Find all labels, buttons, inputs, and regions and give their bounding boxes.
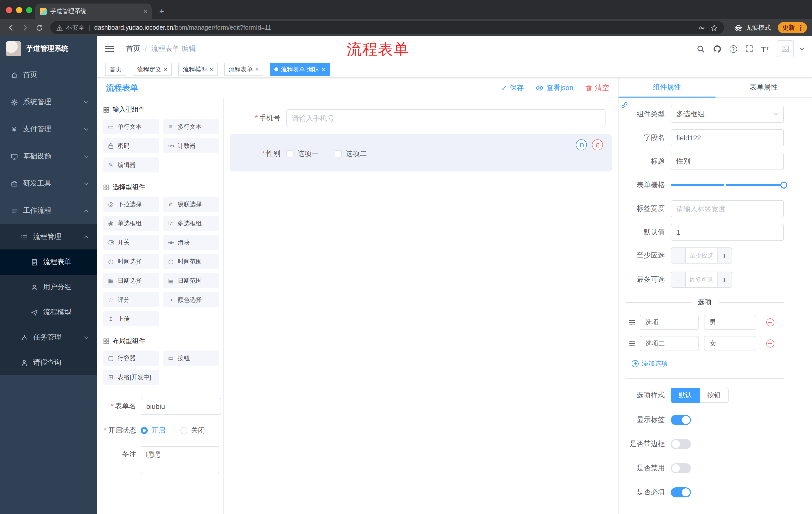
back-button[interactable] bbox=[5, 22, 17, 34]
option1-value-input[interactable] bbox=[704, 315, 756, 330]
palette-item-button[interactable]: 按钮 bbox=[163, 351, 219, 366]
tag-close-icon[interactable] bbox=[209, 66, 213, 73]
new-tab-button[interactable] bbox=[156, 5, 168, 18]
tag-close-icon[interactable] bbox=[322, 66, 325, 73]
tag-close-icon[interactable] bbox=[255, 66, 259, 73]
option2-value-input[interactable] bbox=[704, 336, 756, 351]
window-zoom-button[interactable] bbox=[26, 7, 32, 13]
canvas-field-phone[interactable]: 手机号 bbox=[236, 109, 606, 127]
drag-handle-icon[interactable] bbox=[629, 340, 636, 347]
palette-item-cascader[interactable]: 级联选择 bbox=[163, 197, 219, 212]
browser-menu-kebab-icon[interactable] bbox=[800, 27, 802, 28]
palette-item-editor[interactable]: 编辑器 bbox=[103, 157, 159, 172]
avatar-caret-icon[interactable] bbox=[799, 46, 805, 52]
gender-option1-checkbox[interactable]: 选项一 bbox=[286, 150, 319, 158]
github-icon[interactable] bbox=[713, 45, 721, 53]
palette-item-table[interactable]: 表格[开发中] bbox=[103, 370, 159, 385]
component-type-select[interactable] bbox=[671, 106, 784, 123]
hamburger-icon[interactable] bbox=[105, 46, 114, 52]
slider-track[interactable] bbox=[671, 184, 784, 186]
stepper-increase-button[interactable] bbox=[718, 248, 732, 263]
user-avatar[interactable] bbox=[777, 40, 794, 57]
palette-item-time-range[interactable]: 时间范围 bbox=[163, 254, 219, 269]
tag-process-definition[interactable]: 流程定义 bbox=[133, 63, 172, 76]
font-size-icon[interactable] bbox=[761, 45, 769, 53]
option1-label-input[interactable] bbox=[640, 315, 699, 330]
palette-item-time-picker[interactable]: 时间选择 bbox=[103, 254, 159, 269]
help-icon[interactable] bbox=[729, 45, 737, 53]
palette-item-radio-group[interactable]: 单选框组 bbox=[103, 216, 159, 231]
form-remark-textarea[interactable]: 嘿嘿 bbox=[141, 446, 219, 474]
sidebar-item-process-form[interactable]: 流程表单 bbox=[0, 249, 97, 275]
required-toggle[interactable] bbox=[671, 487, 691, 497]
phone-input[interactable] bbox=[286, 109, 606, 127]
stepper-increase-button[interactable] bbox=[718, 272, 732, 287]
tag-process-form[interactable]: 流程表单 bbox=[224, 63, 263, 76]
max-select-value[interactable]: 最多可选 bbox=[685, 272, 718, 287]
palette-item-password[interactable]: 密码 bbox=[103, 138, 159, 154]
palette-item-row-container[interactable]: 行容器 bbox=[103, 351, 159, 366]
window-close-button[interactable] bbox=[6, 7, 12, 13]
remove-option-button[interactable] bbox=[766, 318, 774, 326]
sidebar-item-process-management[interactable]: 流程管理 bbox=[0, 224, 97, 249]
palette-item-multi-line-text[interactable]: 多行文本 bbox=[163, 119, 219, 134]
sidebar-item-system-management[interactable]: 系统管理 bbox=[0, 88, 97, 116]
add-option-button[interactable]: 添加选项 bbox=[632, 359, 784, 368]
stepper-decrease-button[interactable] bbox=[671, 272, 685, 287]
sidebar-item-leave-query[interactable]: 请假查询 bbox=[0, 350, 97, 375]
palette-item-checkbox-group[interactable]: 多选框组 bbox=[163, 216, 219, 231]
status-on-radio[interactable]: 开启 bbox=[141, 426, 165, 435]
bookmark-star-icon[interactable] bbox=[710, 24, 718, 31]
show-label-toggle[interactable] bbox=[671, 415, 691, 425]
browser-update-button[interactable]: 更新 bbox=[778, 22, 807, 33]
sidebar-item-workflow[interactable]: 工作流程 bbox=[0, 197, 97, 224]
field-name-input[interactable] bbox=[671, 129, 784, 146]
palette-item-slider[interactable]: 滑块 bbox=[163, 235, 219, 250]
reload-button[interactable] bbox=[33, 22, 45, 34]
sidebar-item-home[interactable]: 首页 bbox=[0, 61, 97, 88]
sidebar-item-payment-management[interactable]: ¥ 支付管理 bbox=[0, 116, 97, 143]
tab-form-props[interactable]: 表单属性 bbox=[715, 78, 812, 97]
palette-item-date-picker[interactable]: 日期选择 bbox=[103, 273, 159, 288]
canvas-selected-field-gender[interactable]: 性别 选项一 选项二 bbox=[230, 134, 612, 171]
tab-component-props[interactable]: 组件属性 bbox=[618, 78, 715, 97]
search-icon[interactable] bbox=[696, 45, 705, 53]
palette-item-select[interactable]: 下拉选择 bbox=[103, 197, 159, 212]
min-select-value[interactable]: 至少应选 bbox=[685, 248, 718, 263]
palette-item-upload[interactable]: 上传 bbox=[103, 311, 159, 326]
label-width-input[interactable] bbox=[671, 200, 784, 217]
grid-slider[interactable] bbox=[671, 177, 784, 194]
palette-item-date-range[interactable]: 日期范围 bbox=[163, 273, 219, 288]
address-bar[interactable]: 不安全 dashboard.yudao.iocoder.cn/bpm/manag… bbox=[50, 21, 724, 34]
stepper-decrease-button[interactable] bbox=[671, 248, 685, 263]
breadcrumb-home[interactable]: 首页 bbox=[126, 44, 140, 53]
option-style-button-button[interactable]: 按钮 bbox=[700, 388, 729, 403]
palette-item-color-picker[interactable]: 颜色选择 bbox=[163, 292, 219, 307]
form-canvas[interactable]: 手机号 性别 选项一 选项二 bbox=[224, 98, 618, 514]
palette-item-rate[interactable]: 评分 bbox=[103, 292, 159, 307]
password-key-icon[interactable] bbox=[698, 24, 705, 31]
border-toggle[interactable] bbox=[671, 439, 691, 449]
default-value-input[interactable] bbox=[671, 224, 784, 241]
drag-handle-icon[interactable] bbox=[629, 319, 636, 326]
tag-process-model[interactable]: 流程模型 bbox=[178, 63, 218, 76]
window-minimize-button[interactable] bbox=[16, 7, 22, 13]
palette-item-switch[interactable]: 开关 bbox=[103, 235, 159, 250]
sidebar-item-dev-tools[interactable]: 研发工具 bbox=[0, 170, 97, 197]
palette-item-single-line-text[interactable]: 单行文本 bbox=[103, 119, 159, 134]
remove-option-button[interactable] bbox=[766, 340, 774, 348]
view-json-button[interactable]: 查看json bbox=[536, 83, 573, 92]
option2-label-input[interactable] bbox=[640, 336, 699, 351]
disabled-toggle[interactable] bbox=[671, 463, 691, 473]
duplicate-field-button[interactable] bbox=[576, 139, 587, 151]
option-style-default-button[interactable]: 默认 bbox=[671, 388, 700, 403]
form-name-input[interactable] bbox=[141, 398, 221, 415]
forward-button[interactable] bbox=[19, 22, 31, 34]
sidebar-item-infrastructure[interactable]: 基础设施 bbox=[0, 143, 97, 170]
tab-close-icon[interactable] bbox=[143, 8, 147, 15]
delete-field-button[interactable] bbox=[592, 139, 603, 151]
tag-home[interactable]: 首页 bbox=[105, 63, 126, 76]
sidebar-item-user-group[interactable]: 用户分组 bbox=[0, 275, 97, 300]
gender-option2-checkbox[interactable]: 选项二 bbox=[335, 150, 367, 158]
sidebar-item-task-management[interactable]: 任务管理 bbox=[0, 325, 97, 350]
